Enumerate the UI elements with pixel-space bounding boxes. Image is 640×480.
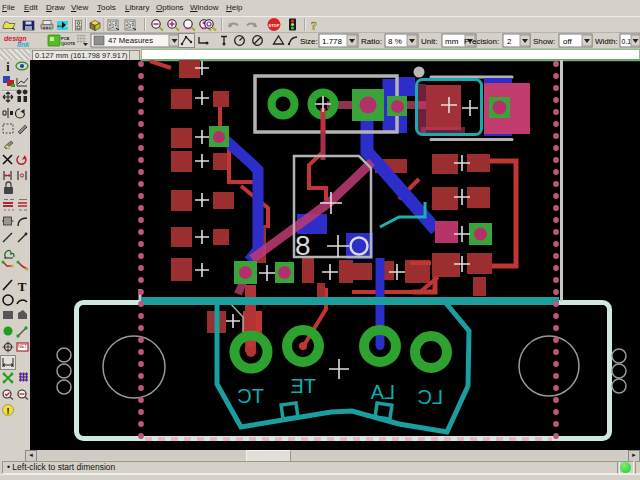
svg-text:off: off [563,37,573,46]
svg-text:QUOTE: QUOTE [61,41,76,46]
svg-text:Ratio:: Ratio: [361,37,382,46]
svg-text:mm: mm [445,37,459,46]
svg-text:LA: LA [370,381,395,403]
svg-text:DAT: DAT [109,25,117,30]
svg-text:DAT: DAT [126,25,134,30]
svg-text:STOP: STOP [269,23,280,28]
svg-text:TC: TC [237,385,264,407]
svg-text:1.778: 1.778 [322,37,343,46]
svg-text:2: 2 [507,37,512,46]
svg-text:Precision:: Precision: [464,37,499,46]
svg-text:Show:: Show: [533,37,555,46]
svg-text:8: 8 [295,230,311,261]
svg-text:TE: TE [290,375,316,397]
svg-text:Size:: Size: [300,37,318,46]
svg-text:47 Measures: 47 Measures [108,36,153,45]
svg-text:8 %: 8 % [388,37,402,46]
svg-text:link: link [17,41,30,48]
svg-text:T: T [18,279,27,294]
svg-text:!: ! [7,406,10,416]
svg-text:i: i [6,60,10,74]
svg-text:Width:: Width: [595,37,618,46]
svg-text:NET: NET [18,344,27,349]
svg-text:?: ? [311,18,318,33]
svg-text:LC: LC [417,386,443,408]
svg-text:Unit:: Unit: [421,37,437,46]
